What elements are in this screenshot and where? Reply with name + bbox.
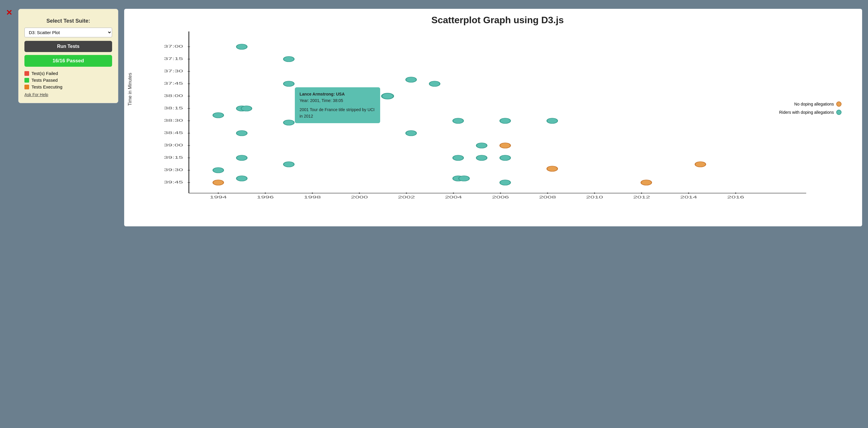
legend-passed: Tests Passed xyxy=(24,77,112,83)
svg-text:38:15: 38:15 xyxy=(164,106,183,110)
svg-text:38:30: 38:30 xyxy=(164,118,183,123)
svg-text:39:45: 39:45 xyxy=(164,180,183,184)
data-point[interactable] xyxy=(641,180,652,185)
data-point[interactable] xyxy=(213,112,224,118)
executing-dot xyxy=(24,85,29,89)
close-button[interactable]: ✕ xyxy=(6,9,12,17)
data-point[interactable] xyxy=(547,166,558,171)
no-doping-dot xyxy=(836,101,841,107)
legend-failed: Test(s) Failed xyxy=(24,71,112,76)
data-point[interactable] xyxy=(237,44,247,50)
chart-svg: 37:00 37:15 37:30 37:45 38:00 38:15 38:3… xyxy=(142,29,818,211)
data-point[interactable] xyxy=(284,81,294,87)
svg-text:39:15: 39:15 xyxy=(164,155,183,160)
data-point[interactable] xyxy=(500,143,510,148)
chart-title: Scatterplot Graph using D3.js xyxy=(142,15,853,26)
passed-badge: 16/16 Passed xyxy=(24,55,112,67)
data-point[interactable] xyxy=(237,155,247,161)
svg-text:37:00: 37:00 xyxy=(164,44,183,48)
svg-text:1998: 1998 xyxy=(304,195,321,199)
control-panel: Select Test Suite: D3: Scatter Plot D3: … xyxy=(18,9,118,103)
svg-text:2004: 2004 xyxy=(445,195,462,199)
svg-text:38:00: 38:00 xyxy=(164,94,183,98)
chart-container: Scatterplot Graph using D3.js Time in Mi… xyxy=(124,9,862,226)
data-point[interactable] xyxy=(284,57,294,62)
passed-dot xyxy=(24,78,29,83)
data-point[interactable] xyxy=(453,155,463,161)
data-point[interactable] xyxy=(695,162,706,167)
data-point[interactable] xyxy=(406,77,416,82)
svg-text:39:30: 39:30 xyxy=(164,168,183,172)
data-point[interactable] xyxy=(500,180,510,185)
svg-text:37:30: 37:30 xyxy=(164,69,183,73)
suite-select[interactable]: D3: Scatter Plot D3: Bar Chart D3: Heat … xyxy=(24,28,112,37)
data-point[interactable] xyxy=(213,180,224,185)
ask-help-button[interactable]: Ask For Help xyxy=(24,92,48,97)
data-point[interactable] xyxy=(453,118,463,124)
failed-dot xyxy=(24,71,29,76)
doping-dot xyxy=(836,110,841,115)
data-point[interactable] xyxy=(476,155,487,161)
svg-text:37:15: 37:15 xyxy=(164,57,183,61)
failed-label: Test(s) Failed xyxy=(31,71,58,76)
svg-text:1994: 1994 xyxy=(210,195,227,199)
data-point[interactable] xyxy=(500,155,510,161)
run-tests-button[interactable]: Run Tests xyxy=(24,41,112,52)
svg-text:2002: 2002 xyxy=(398,195,415,199)
data-point[interactable] xyxy=(284,162,294,167)
svg-text:2000: 2000 xyxy=(351,195,368,199)
svg-text:2008: 2008 xyxy=(539,195,556,199)
data-point[interactable] xyxy=(476,143,487,148)
svg-text:38:45: 38:45 xyxy=(164,131,183,135)
data-point[interactable] xyxy=(459,176,469,181)
svg-text:2006: 2006 xyxy=(492,195,509,199)
svg-text:2010: 2010 xyxy=(586,195,603,199)
data-point[interactable] xyxy=(241,106,252,111)
svg-text:2016: 2016 xyxy=(727,195,744,199)
legend-executing: Tests Executing xyxy=(24,85,112,89)
executing-label: Tests Executing xyxy=(31,85,62,89)
highlighted-point[interactable] xyxy=(382,93,393,99)
data-point[interactable] xyxy=(237,176,247,181)
data-point[interactable] xyxy=(284,120,294,125)
data-point[interactable] xyxy=(237,131,247,136)
svg-text:37:45: 37:45 xyxy=(164,81,183,86)
data-point[interactable] xyxy=(213,168,224,173)
svg-text:2012: 2012 xyxy=(633,195,650,199)
svg-text:39:00: 39:00 xyxy=(164,143,183,147)
passed-label: Tests Passed xyxy=(31,77,58,83)
y-axis-label: Time in Minutes xyxy=(127,73,133,106)
svg-text:1996: 1996 xyxy=(257,195,274,199)
panel-title: Select Test Suite: xyxy=(24,18,112,24)
svg-text:2014: 2014 xyxy=(680,195,697,199)
data-point[interactable] xyxy=(547,118,558,124)
data-point[interactable] xyxy=(500,118,510,124)
data-point[interactable] xyxy=(406,131,416,136)
data-point[interactable] xyxy=(429,81,440,87)
